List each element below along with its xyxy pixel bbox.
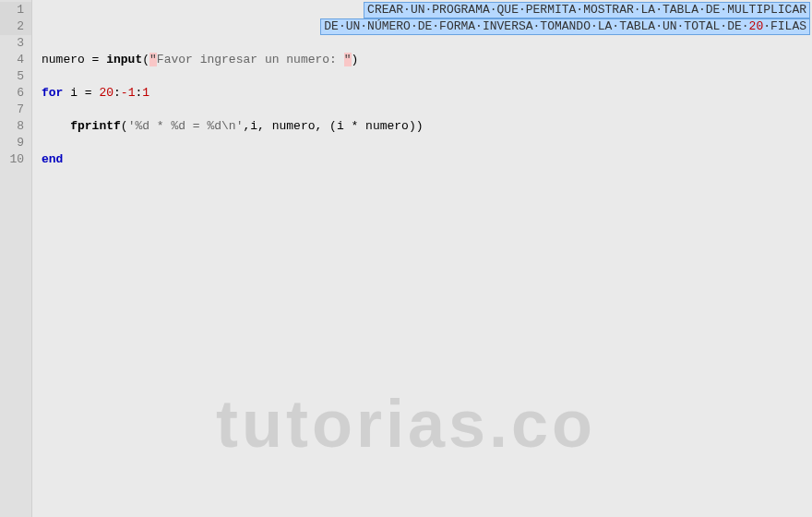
comment-text: DE·UN·NÚMERO·DE·FORMA·INVERSA·TOMANDO·LA…	[324, 19, 748, 33]
comment-line-1: CREAR·UN·PROGRAMA·QUE·PERMITA·MOSTRAR·LA…	[364, 2, 810, 18]
comment-text: ·FILAS	[763, 19, 806, 33]
string-literal: Favor ingresar un numero:	[157, 53, 344, 66]
code-line-5[interactable]	[42, 68, 812, 85]
number-literal: 20	[749, 19, 764, 33]
line-number: 8	[0, 118, 31, 135]
number-literal: -1	[121, 86, 136, 100]
code-text: :	[113, 86, 121, 100]
line-number: 9	[0, 135, 31, 151]
line-number: 7	[0, 102, 31, 118]
line-number: 10	[0, 151, 31, 168]
code-text: ,i, numero, (i * numero))	[243, 119, 423, 133]
line-number-gutter: 1 2 3 4 5 6 7 8 9 10	[0, 0, 32, 517]
code-line-8[interactable]: fprintf('%d * %d = %d\n',i, numero, (i *…	[42, 118, 812, 135]
keyword: end	[42, 152, 63, 166]
code-content[interactable]: numero = input("Favor ingresar un numero…	[32, 0, 812, 517]
string-literal: '%d * %d = %d\n'	[128, 119, 244, 133]
code-editor[interactable]: 1 2 3 4 5 6 7 8 9 10 numero = input("Fav…	[0, 0, 812, 517]
line-number: 6	[0, 85, 31, 102]
comment-line-2: DE·UN·NÚMERO·DE·FORMA·INVERSA·TOMANDO·LA…	[320, 18, 810, 35]
function-name: fprintf	[70, 119, 121, 133]
indent	[42, 119, 70, 133]
line-number: 1	[0, 2, 31, 18]
number-literal: 20	[99, 86, 113, 100]
function-name: input	[106, 53, 142, 66]
string-delim: "	[149, 53, 157, 66]
code-text: )	[352, 53, 359, 66]
code-line-4[interactable]: numero = input("Favor ingresar un numero…	[42, 52, 812, 68]
line-number: 4	[0, 52, 31, 68]
code-line-9[interactable]	[42, 135, 812, 151]
code-line-10[interactable]: end	[42, 151, 812, 168]
string-delim: "	[344, 53, 352, 66]
code-text: i =	[63, 86, 99, 100]
code-line-6[interactable]: for i = 20:-1:1	[42, 85, 812, 102]
code-text: (	[121, 119, 128, 133]
highlighted-comment: CREAR·UN·PROGRAMA·QUE·PERMITA·MOSTRAR·LA…	[320, 2, 810, 35]
number-literal: 1	[142, 86, 149, 100]
line-number: 5	[0, 68, 31, 85]
code-line-3[interactable]	[42, 35, 812, 52]
keyword: for	[42, 86, 63, 100]
line-number: 3	[0, 35, 31, 52]
line-number: 2	[0, 18, 31, 35]
code-text: numero =	[42, 53, 106, 66]
code-text: (	[142, 53, 149, 66]
code-line-7[interactable]	[42, 102, 812, 118]
